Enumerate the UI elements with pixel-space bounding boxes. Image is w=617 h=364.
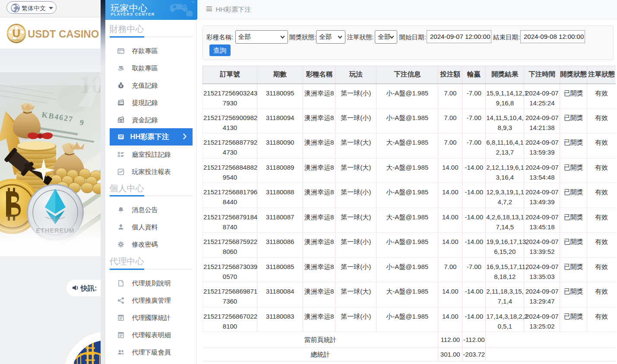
svg-text:¥: ¥ [120, 84, 122, 88]
svg-text:CASINO: CASINO [11, 39, 22, 41]
svg-text:USDT CASINO: USDT CASINO [28, 28, 99, 40]
svg-text:U: U [13, 27, 21, 40]
